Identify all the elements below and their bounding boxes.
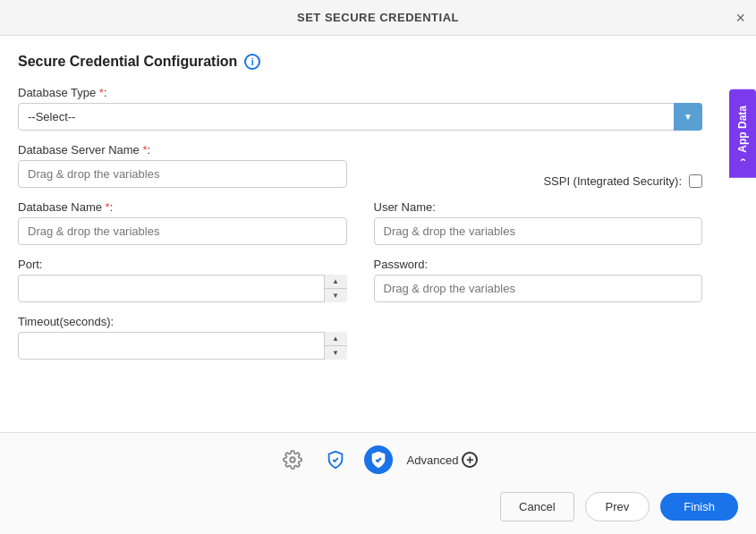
database-server-name-group: Database Server Name *: [18, 143, 347, 188]
password-input[interactable] [374, 275, 703, 302]
app-data-label: App Data [736, 106, 749, 153]
shield-active-wizard-icon[interactable] [364, 445, 393, 474]
db-name-required: * [102, 200, 110, 214]
modal-title: SET SECURE CREDENTIAL [297, 11, 459, 24]
cancel-button[interactable]: Cancel [500, 492, 573, 521]
modal-title-bar: SET SECURE CREDENTIAL × [0, 0, 756, 36]
wizard-icons: Advanced + [0, 433, 756, 483]
sspi-label: SSPI (Integrated Security): [543, 174, 682, 188]
port-group: Port: 0 ▲ ▼ [18, 258, 347, 302]
timeout-spinner-buttons: ▲ ▼ [324, 332, 347, 360]
timeout-group: Timeout(seconds): 600 ▲ ▼ [18, 315, 347, 360]
user-name-label: User Name: [374, 200, 703, 214]
svg-point-0 [290, 457, 295, 462]
sspi-checkbox[interactable] [689, 174, 702, 188]
gear-wizard-icon[interactable] [278, 445, 307, 474]
close-button[interactable]: × [735, 10, 745, 26]
database-type-select[interactable]: --Select-- SQL Server Oracle MySQL Postg… [18, 103, 702, 131]
sspi-group: SSPI (Integrated Security): [374, 143, 703, 188]
footer-actions: Cancel Prev Finish [0, 483, 756, 534]
database-server-name-input[interactable] [18, 160, 347, 188]
database-type-required: * [96, 86, 104, 99]
database-name-input[interactable] [18, 217, 347, 245]
port-label: Port: [18, 258, 347, 271]
prev-button[interactable]: Prev [585, 492, 650, 521]
app-data-tab[interactable]: › App Data [729, 89, 756, 178]
server-sspi-row: Database Server Name *: SSPI (Integrated… [18, 143, 702, 188]
section-title: Secure Credential Configuration i [18, 54, 702, 70]
user-name-input[interactable] [374, 217, 703, 245]
port-increment-button[interactable]: ▲ [325, 275, 347, 289]
server-name-required: * [140, 143, 148, 157]
password-label: Password: [374, 258, 703, 271]
modal-footer: Advanced + Cancel Prev Finish [0, 432, 756, 534]
dbname-username-row: Database Name *: User Name: [18, 200, 702, 245]
timeout-label: Timeout(seconds): [18, 315, 347, 328]
advanced-label: Advanced [407, 453, 459, 467]
timeout-spacer [374, 315, 703, 360]
section-title-text: Secure Credential Configuration [18, 54, 237, 70]
app-data-chevron-icon: › [736, 158, 749, 162]
database-name-group: Database Name *: [18, 200, 347, 245]
timeout-decrement-button[interactable]: ▼ [325, 346, 347, 360]
database-type-select-wrapper: --Select-- SQL Server Oracle MySQL Postg… [18, 103, 702, 131]
timeout-input[interactable]: 600 [18, 332, 347, 360]
database-type-label: Database Type *: [18, 86, 702, 99]
info-icon[interactable]: i [244, 54, 260, 70]
port-input[interactable]: 0 [18, 275, 347, 302]
finish-button[interactable]: Finish [660, 493, 738, 521]
password-group: Password: [374, 258, 703, 302]
shield-outline-wizard-icon[interactable] [321, 445, 350, 474]
advanced-button[interactable]: Advanced + [407, 452, 479, 468]
database-name-label: Database Name *: [18, 200, 347, 214]
user-name-group: User Name: [374, 200, 703, 245]
timeout-spinner-wrapper: 600 ▲ ▼ [18, 332, 347, 360]
modal-body: › App Data Secure Credential Configurati… [0, 36, 756, 432]
port-password-row: Port: 0 ▲ ▼ Password: [18, 258, 702, 302]
database-type-row: Database Type *: --Select-- SQL Server O… [18, 86, 702, 131]
timeout-increment-button[interactable]: ▲ [325, 332, 347, 346]
database-server-name-label: Database Server Name *: [18, 143, 347, 157]
database-type-group: Database Type *: --Select-- SQL Server O… [18, 86, 702, 131]
port-decrement-button[interactable]: ▼ [325, 289, 347, 302]
port-spinner-buttons: ▲ ▼ [324, 275, 347, 302]
timeout-row: Timeout(seconds): 600 ▲ ▼ [18, 315, 702, 360]
port-spinner-wrapper: 0 ▲ ▼ [18, 275, 347, 302]
advanced-plus-icon: + [462, 452, 478, 468]
